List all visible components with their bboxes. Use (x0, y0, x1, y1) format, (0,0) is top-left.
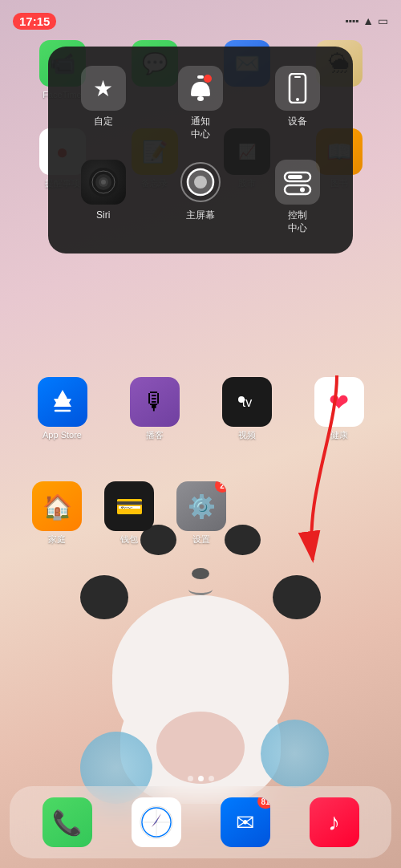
dock-phone[interactable]: 📞 (43, 797, 92, 847)
home-screen-label: 主屏幕 (186, 209, 215, 222)
app-row-4: 🏠 家庭 💳 钱包 ⚙️ 2 设置 (0, 481, 401, 545)
notification-center-label: 通知中心 (191, 116, 210, 140)
svg-point-1 (238, 396, 245, 403)
page-dots (0, 776, 401, 781)
panda-belly (156, 712, 245, 784)
dock: 📞 ✉ 81 ♪ (10, 786, 391, 858)
appletv-label: 视频 (238, 430, 256, 440)
control-center-icon-box (275, 160, 320, 205)
settings-icon: ⚙️ (188, 493, 216, 520)
home-label: 家庭 (48, 534, 66, 545)
menu-home-screen[interactable]: 主屏幕 (155, 153, 245, 229)
dock-mail[interactable]: ✉ 81 (221, 797, 270, 847)
device-icon-svg (288, 73, 307, 103)
wifi-icon: ▲ (363, 14, 374, 27)
home-icon: 🏠 (43, 493, 72, 521)
home-screen-icon-svg (180, 161, 221, 203)
status-time: 17:15 (13, 13, 56, 30)
panda-mouth (188, 583, 213, 595)
app-wallet[interactable]: 💳 钱包 (104, 481, 154, 545)
appstore-label: App Store (43, 430, 82, 440)
svg-point-22 (194, 176, 207, 189)
dock-safari[interactable] (132, 797, 181, 847)
svg-point-11 (204, 75, 212, 83)
dock-music[interactable]: ♪ (310, 797, 359, 847)
mail-badge: 81 (257, 797, 269, 809)
mail-dock-icon: ✉ (236, 809, 254, 836)
notification-icon-svg (188, 74, 213, 103)
svg-rect-24 (288, 175, 302, 179)
signal-icon: ▪▪▪▪ (345, 15, 358, 26)
panda-nose (192, 568, 209, 579)
settings-label: 设置 (192, 534, 210, 545)
app-row-3: App Store 🎙 播客 tv 视频 ❤ 健康 (0, 377, 401, 440)
appstore-icon-svg (49, 388, 76, 416)
app-settings[interactable]: ⚙️ 2 设置 (176, 481, 226, 545)
wallet-icon: 💳 (115, 493, 144, 520)
menu-notification-center[interactable]: 通知中心 (155, 59, 245, 147)
status-bar: 17:15 ▪▪▪▪ ▲ ▭ (0, 0, 401, 35)
svg-point-19 (101, 180, 106, 185)
settings-badge: 2 (215, 481, 226, 493)
podcasts-label: 播客 (146, 430, 164, 440)
home-screen-icon-box (178, 160, 223, 205)
device-label: 设备 (288, 116, 307, 128)
menu-device[interactable]: 设备 (253, 59, 343, 135)
siri-icon-box (81, 160, 126, 205)
wallet-label: 钱包 (120, 534, 138, 545)
customize-label: 自定 (94, 116, 113, 128)
status-icons: ▪▪▪▪ ▲ ▭ (345, 14, 388, 27)
health-label: 健康 (330, 430, 348, 440)
music-icon: ♪ (328, 809, 340, 836)
svg-rect-9 (191, 93, 210, 96)
control-center-label: 控制中心 (288, 209, 307, 234)
page-dot-2 (198, 776, 204, 781)
app-appstore[interactable]: App Store (38, 377, 87, 440)
siri-icon-svg (88, 167, 119, 197)
svg-rect-8 (197, 75, 204, 79)
svg-point-14 (296, 98, 299, 101)
health-icon: ❤ (329, 388, 349, 416)
app-podcasts[interactable]: 🎙 播客 (130, 377, 180, 440)
customize-icon-box: ★ (81, 66, 126, 111)
safari-icon-svg (140, 805, 173, 839)
appletv-icon-svg: tv (232, 392, 262, 412)
star-icon: ★ (93, 75, 113, 102)
menu-customize[interactable]: ★ 自定 (58, 59, 148, 135)
notification-icon-box (178, 66, 223, 111)
menu-control-center[interactable]: 控制中心 (253, 153, 343, 241)
svg-point-26 (300, 188, 305, 193)
control-center-icon-svg (283, 168, 312, 197)
device-icon-box (275, 66, 320, 111)
app-health[interactable]: ❤ 健康 (314, 377, 364, 440)
panda-decoration (80, 575, 128, 619)
panda-decoration (273, 575, 321, 619)
phone-icon: 📞 (52, 809, 82, 837)
menu-siri[interactable]: Siri (58, 153, 148, 229)
svg-rect-25 (285, 185, 310, 194)
svg-point-10 (197, 96, 204, 101)
context-menu: ★ 自定 通知中心 设备 (48, 47, 353, 254)
app-appletv[interactable]: tv 视频 (222, 377, 272, 440)
podcasts-icon: 🎙 (143, 388, 167, 416)
siri-label: Siri (96, 209, 110, 222)
page-dot-1 (188, 776, 193, 781)
battery-icon: ▭ (378, 14, 388, 27)
page-dot-3 (209, 776, 214, 781)
app-home[interactable]: 🏠 家庭 (32, 481, 82, 545)
